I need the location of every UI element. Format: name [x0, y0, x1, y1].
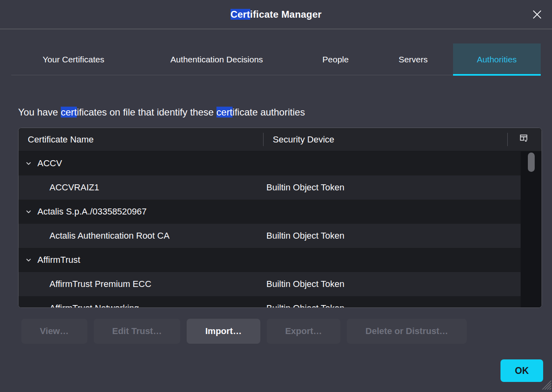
certificate-name: AffirmTrust Networking	[49, 303, 139, 307]
tab-authentication-decisions[interactable]: Authentication Decisions	[136, 43, 298, 75]
chevron-down-icon[interactable]	[25, 208, 32, 215]
tab-servers[interactable]: Servers	[373, 43, 453, 75]
table-row[interactable]: AffirmTrust	[19, 248, 521, 272]
table-rows: ACCV ACCVRAIZ1 Builtin Object Token Acta…	[19, 151, 521, 307]
import-button[interactable]: Import…	[187, 319, 260, 344]
certificate-name: Actalis Authentication Root CA	[49, 231, 169, 241]
close-button[interactable]	[529, 7, 545, 23]
certificates-table: Certificate Name Security Device	[18, 128, 542, 308]
delete-or-distrust-button[interactable]: Delete or Distrust…	[347, 319, 466, 344]
certificate-name: AffirmTrust Premium ECC	[49, 279, 151, 289]
certificate-name: ACCVRAIZ1	[49, 182, 99, 193]
ok-button[interactable]: OK	[501, 359, 543, 382]
security-device: Builtin Object Token	[265, 303, 521, 307]
table-row[interactable]: AffirmTrust Premium ECC Builtin Object T…	[19, 272, 521, 296]
close-icon	[531, 8, 543, 22]
tab-authorities[interactable]: Authorities	[453, 43, 541, 75]
column-picker-icon	[520, 134, 529, 144]
resize-grip-icon[interactable]	[540, 378, 552, 392]
table-row[interactable]: ACCV	[19, 151, 521, 175]
action-button-row: View… Edit Trust… Import… Export… Delete…	[21, 319, 467, 344]
tab-your-certificates[interactable]: Your Certificates	[11, 43, 136, 75]
tab-label: Authorities	[477, 55, 517, 64]
chevron-down-icon[interactable]	[25, 256, 32, 264]
column-header-security-device[interactable]: Security Device	[264, 128, 507, 151]
description-text: You have certificates on file that ident…	[18, 106, 540, 119]
certificate-manager-dialog: Certificate Manager Your Certificates Au…	[0, 0, 552, 392]
table-header: Certificate Name Security Device	[19, 128, 542, 151]
table-row[interactable]: Actalis Authentication Root CA Builtin O…	[19, 224, 521, 248]
scrollbar-track[interactable]	[521, 151, 542, 307]
table-body: ACCV ACCVRAIZ1 Builtin Object Token Acta…	[19, 151, 542, 307]
column-header-certificate-name[interactable]: Certificate Name	[19, 128, 263, 151]
tab-bar: Your Certificates Authentication Decisio…	[11, 43, 541, 75]
view-button[interactable]: View…	[21, 319, 87, 344]
security-device: Builtin Object Token	[265, 279, 521, 289]
scrollbar-thumb[interactable]	[528, 153, 535, 172]
find-highlight: cert	[216, 107, 233, 118]
table-row[interactable]: AffirmTrust Networking Builtin Object To…	[19, 296, 521, 307]
edit-trust-button[interactable]: Edit Trust…	[94, 319, 180, 344]
find-highlight: Cert	[231, 9, 250, 20]
security-device: Builtin Object Token	[265, 182, 521, 193]
table-row[interactable]: Actalis S.p.A./03358520967	[19, 200, 521, 224]
table-row[interactable]: ACCVRAIZ1 Builtin Object Token	[19, 175, 521, 200]
find-highlight: cert	[61, 107, 77, 118]
tab-label: People	[322, 55, 348, 64]
security-device: Builtin Object Token	[265, 231, 521, 241]
tab-label: Your Certificates	[43, 55, 104, 64]
dialog-title: Certificate Manager	[231, 9, 322, 20]
tab-people[interactable]: People	[298, 43, 373, 75]
certificate-group-name: Actalis S.p.A./03358520967	[37, 206, 147, 217]
tab-label: Servers	[399, 55, 428, 64]
column-picker-button[interactable]	[516, 132, 533, 148]
export-button[interactable]: Export…	[267, 319, 341, 344]
chevron-down-icon[interactable]	[25, 160, 32, 167]
titlebar: Certificate Manager	[0, 0, 552, 29]
tab-label: Authentication Decisions	[171, 55, 263, 64]
certificate-group-name: AffirmTrust	[37, 255, 80, 265]
column-picker-cell	[508, 128, 542, 151]
certificate-group-name: ACCV	[37, 158, 62, 169]
